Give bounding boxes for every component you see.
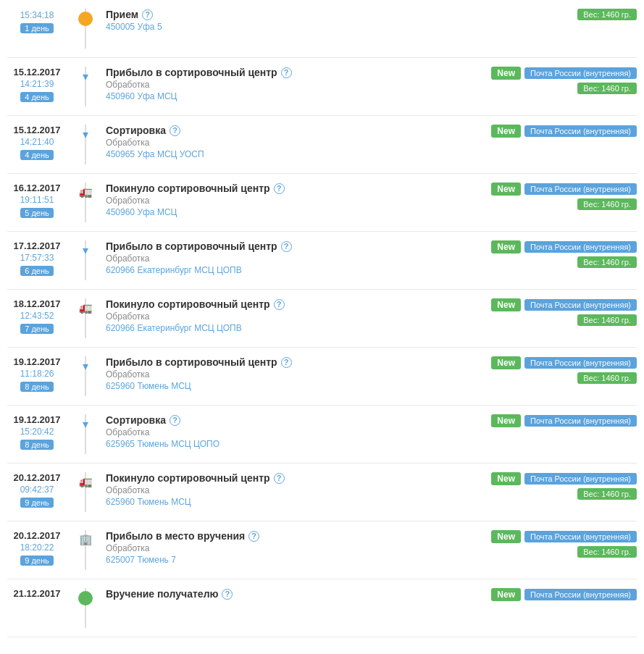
day-badge: 5 день [20, 208, 54, 218]
event-title-text: Прием [106, 9, 138, 20]
truck-icon: 🚛 [79, 185, 93, 198]
timeline-row: 20.12.201709:42:379 день🚛Покинуло сортир… [7, 464, 637, 521]
timeline-icon-col: 🚛 [72, 298, 99, 338]
timeline-content: Прибыло в сортировочный центр?Обработка6… [99, 356, 477, 396]
event-subtitle: Обработка [106, 369, 470, 380]
event-date: 20.12.2017 [13, 472, 60, 483]
day-badge: 8 день [20, 382, 54, 392]
timeline-right-col: NewПочта России (внутренняя)Вес: 1460 гр… [477, 240, 637, 280]
event-time: 19:11:51 [20, 195, 54, 205]
help-icon[interactable]: ? [281, 357, 292, 368]
event-title-text: Покинуло сортировочный центр [106, 298, 270, 310]
event-location: 625007 Тюмень 7 [106, 555, 470, 565]
timeline-content: Вручение получателю? [99, 588, 477, 628]
timeline-icon-col: 🏢 [72, 530, 99, 570]
help-icon[interactable]: ? [248, 531, 259, 542]
timeline-icon-col: ▾ [72, 67, 99, 106]
event-title-row: Прибыло в сортировочный центр? [106, 240, 470, 252]
help-icon[interactable]: ? [274, 299, 285, 310]
day-badge: 1 день [20, 23, 54, 33]
arrow-down-icon: ▾ [83, 359, 88, 373]
event-title-row: Сортировка? [106, 414, 470, 426]
tags-row: NewПочта России (внутренняя) [491, 356, 637, 369]
timeline-content: Прием?450005 Уфа 5 [99, 9, 477, 49]
event-title-text: Вручение получателю [106, 588, 218, 600]
event-time: 12:43:52 [20, 311, 54, 321]
event-date: 20.12.2017 [13, 530, 60, 541]
timeline-date-col: 15.12.201714:21:404 день [7, 125, 72, 164]
help-icon[interactable]: ? [222, 589, 233, 600]
event-subtitle: Обработка [106, 196, 470, 206]
event-time: 15:20:42 [20, 427, 54, 437]
timeline-content: Покинуло сортировочный центр?Обработка45… [99, 183, 477, 222]
tags-row: NewПочта России (внутренняя) [491, 472, 637, 485]
event-date: 18.12.2017 [13, 298, 60, 309]
weight-tag: Вес: 1460 гр. [577, 198, 637, 210]
new-badge: New [491, 67, 521, 80]
timeline-date-col: 15:34:181 день [7, 9, 72, 49]
event-location: 450965 Уфа МСЦ УОСП [106, 149, 470, 159]
event-title-row: Покинуло сортировочный центр? [106, 298, 470, 310]
event-title-row: Прибыло в сортировочный центр? [106, 356, 470, 368]
weight-tag: Вес: 1460 гр. [577, 314, 637, 326]
timeline-row: 16.12.201719:11:515 день🚛Покинуло сортир… [7, 174, 637, 232]
new-badge: New [491, 183, 521, 196]
timeline-right-col: NewПочта России (внутренняя)Вес: 1460 гр… [477, 298, 637, 338]
help-icon[interactable]: ? [170, 125, 180, 136]
building-icon: 🏢 [79, 533, 93, 546]
event-location: 625960 Тюмень МСЦ [106, 497, 470, 507]
pochta-badge: Почта России (внутренняя) [524, 473, 637, 485]
help-icon[interactable]: ? [281, 241, 292, 252]
new-badge: New [491, 414, 521, 427]
event-location: 450005 Уфа 5 [106, 22, 470, 32]
timeline-date-col: 19.12.201715:20:428 день [7, 414, 72, 454]
weight-tag: Вес: 1460 гр. [577, 256, 637, 268]
tags-row: NewПочта России (внутренняя) [491, 183, 637, 196]
pochta-badge: Почта России (внутренняя) [524, 299, 637, 311]
timeline-right-col: NewПочта России (внутренняя)Вес: 1460 гр… [477, 530, 637, 570]
timeline-icon-col: ▾ [72, 356, 99, 396]
arrow-down-icon: ▾ [83, 243, 88, 257]
day-badge: 8 день [20, 440, 54, 450]
help-icon[interactable]: ? [281, 67, 292, 78]
event-title-row: Сортировка? [106, 125, 470, 136]
event-subtitle: Обработка [106, 80, 470, 90]
day-badge: 4 день [20, 92, 54, 102]
event-date: 15.12.2017 [13, 67, 60, 77]
timeline-right-col: NewПочта России (внутренняя) [477, 414, 637, 454]
new-badge: New [491, 472, 521, 485]
weight-tag: Вес: 1460 гр. [577, 372, 637, 384]
timeline-icon-col: 🚛 [72, 183, 99, 222]
event-time: 09:42:37 [20, 485, 54, 495]
event-title-text: Прибыло в сортировочный центр [106, 240, 277, 252]
weight-tag: Вес: 1460 гр. [577, 83, 637, 94]
event-location: 625960 Тюмень МСЦ [106, 381, 470, 391]
timeline-date-col: 20.12.201709:42:379 день [7, 472, 72, 512]
event-time: 18:20:22 [20, 542, 54, 553]
pochta-badge: Почта России (внутренняя) [524, 357, 637, 369]
event-location: 450960 Уфа МСЦ [106, 207, 470, 217]
event-subtitle: Обработка [106, 485, 470, 495]
timeline-date-col: 16.12.201719:11:515 день [7, 183, 72, 222]
timeline-icon-col [72, 588, 99, 628]
timeline-date-col: 17.12.201717:57:336 день [7, 240, 72, 280]
event-time: 14:21:40 [20, 137, 54, 147]
tags-row: NewПочта России (внутренняя) [491, 240, 637, 253]
timeline-row: 19.12.201711:18:268 день▾Прибыло в сорти… [7, 348, 637, 406]
arrow-down-icon: ▾ [83, 127, 88, 141]
event-location: 620966 Екатеринбург МСЦ ЦОПВ [106, 265, 470, 275]
arrow-down-icon: ▾ [83, 70, 88, 83]
help-icon[interactable]: ? [142, 9, 153, 20]
event-time: 15:34:18 [20, 10, 54, 20]
new-badge: New [491, 298, 521, 311]
timeline-right-col: NewПочта России (внутренняя) [477, 125, 637, 164]
event-date: 15.12.2017 [13, 125, 60, 135]
event-title-row: Прием? [106, 9, 470, 20]
help-icon[interactable]: ? [274, 473, 285, 484]
new-badge: New [491, 530, 521, 543]
event-date: 17.12.2017 [13, 240, 60, 251]
timeline-content: Покинуло сортировочный центр?Обработка62… [99, 298, 477, 338]
tags-row: NewПочта России (внутренняя) [491, 125, 637, 138]
help-icon[interactable]: ? [170, 415, 180, 426]
help-icon[interactable]: ? [274, 183, 285, 194]
